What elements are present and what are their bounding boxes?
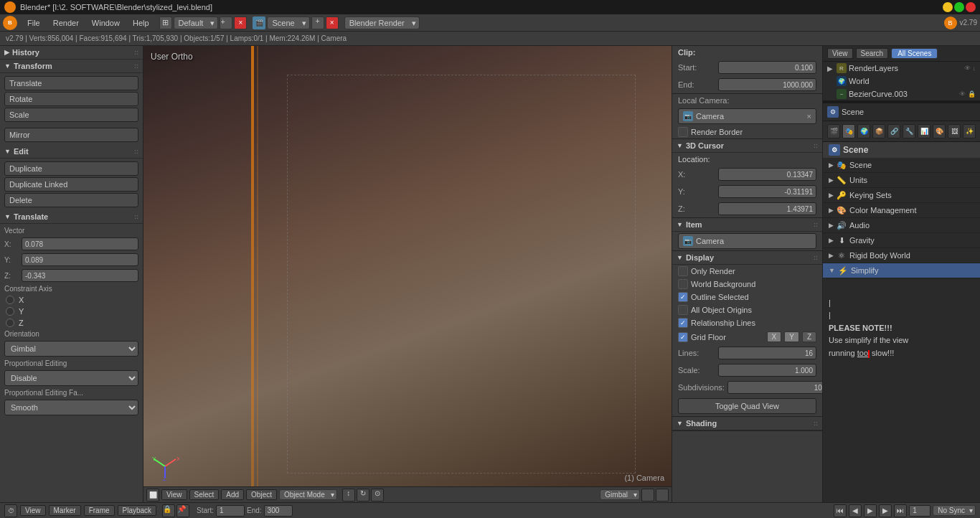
texture-props-icon[interactable]: 🖼 — [948, 124, 961, 138]
viewport-object-btn[interactable]: Object — [246, 489, 277, 500]
menu-file[interactable]: File — [22, 17, 46, 29]
play-btn[interactable]: ▶ — [864, 504, 877, 517]
mirror-button[interactable]: Mirror — [4, 128, 138, 142]
render-props-icon[interactable]: 🎬 — [827, 124, 840, 138]
smooth-selector[interactable]: Smooth — [4, 400, 138, 415]
y-value-input[interactable] — [22, 253, 138, 266]
marker-btn[interactable]: Marker — [49, 505, 81, 516]
orientation-selector[interactable]: Gimbal — [4, 341, 138, 357]
prev-frame-btn[interactable]: ◀ — [849, 504, 862, 517]
cursor-section-header[interactable]: ▼ 3D Cursor :: — [672, 139, 822, 153]
toggle-quad-view-button[interactable]: Toggle Quad View — [678, 398, 816, 414]
tree-scene-item[interactable]: ▶ 🎭 Scene — [823, 158, 980, 173]
grid-z-btn[interactable]: Z — [802, 331, 816, 342]
display-section-header[interactable]: ▼ Display :: — [672, 251, 822, 265]
outliner-bezier[interactable]: ~ BezierCurve.003 👁 🔒 — [823, 88, 980, 100]
axis-y-checkbox[interactable] — [6, 307, 14, 316]
outliner-view-btn[interactable]: View — [827, 48, 853, 59]
jump-end-btn[interactable]: ⏭ — [894, 504, 907, 517]
clip-end-input[interactable] — [718, 78, 816, 91]
gimbal-selector[interactable]: Gimbal▾ — [600, 489, 640, 500]
translate-tool-icon[interactable]: ↕ — [342, 489, 355, 501]
history-section-header[interactable]: ▶ History :: — [0, 46, 143, 60]
add-workspace-button[interactable]: + — [220, 17, 232, 29]
world-bg-checkbox[interactable] — [678, 279, 688, 289]
grid-y-btn[interactable]: Y — [784, 331, 799, 342]
cursor-y-input[interactable] — [718, 185, 816, 198]
tree-units-item[interactable]: ▶ 📏 Units — [823, 173, 980, 188]
x-value-input[interactable] — [22, 237, 138, 250]
menu-render[interactable]: Render — [47, 17, 85, 29]
render-border-checkbox[interactable] — [678, 127, 688, 137]
camera-clear-icon[interactable]: × — [807, 112, 811, 121]
next-frame-btn[interactable]: ▶ — [879, 504, 892, 517]
outliner-world[interactable]: 🌍 World — [823, 75, 980, 88]
sync-selector[interactable]: No Sync▾ — [933, 505, 976, 516]
shading-section-header[interactable]: ▼ Shading :: — [672, 417, 822, 430]
axis-z-checkbox[interactable] — [6, 319, 14, 327]
grid-x-btn[interactable]: X — [767, 331, 782, 342]
current-frame-input[interactable] — [909, 505, 930, 517]
end-frame-input[interactable] — [264, 505, 293, 517]
relationship-lines-checkbox[interactable]: ✓ — [678, 318, 688, 328]
duplicate-button[interactable]: Duplicate — [4, 161, 138, 176]
lock-icon[interactable]: 🔒 — [162, 504, 175, 517]
timeline-toggle-icon[interactable]: ⏱ — [4, 504, 17, 517]
scene-icon[interactable]: 🎬 — [253, 17, 265, 29]
all-scenes-btn[interactable]: All Scenes — [891, 48, 938, 59]
particle-props-icon[interactable]: ✨ — [963, 124, 976, 138]
cursor-x-input[interactable] — [718, 168, 816, 181]
viewport-add-btn[interactable]: Add — [221, 489, 244, 500]
lines-input[interactable] — [718, 347, 816, 359]
object-props-icon[interactable]: 📦 — [872, 124, 885, 138]
minimize-button[interactable] — [943, 2, 953, 12]
tree-simplify-item[interactable]: ▼ ⚡ Simplify — [823, 263, 980, 278]
menu-window[interactable]: Window — [86, 17, 126, 29]
close-button[interactable] — [966, 2, 976, 12]
remove-scene-button[interactable]: × — [326, 17, 339, 29]
object-mode-selector[interactable]: Object Mode▾ — [279, 489, 337, 500]
scale-button[interactable]: Scale — [4, 108, 138, 122]
menu-help[interactable]: Help — [127, 17, 155, 29]
maximize-button[interactable] — [954, 2, 964, 12]
tree-audio-item[interactable]: ▶ 🔊 Audio — [823, 218, 980, 233]
outliner-search-btn[interactable]: Search — [856, 48, 889, 59]
clip-start-input[interactable] — [718, 61, 816, 74]
frame-btn[interactable]: Frame — [84, 505, 115, 516]
add-scene-button[interactable]: + — [311, 17, 324, 29]
constraint-props-icon[interactable]: 🔗 — [887, 124, 900, 138]
axis-x-checkbox[interactable] — [6, 296, 14, 304]
jump-start-btn[interactable]: ⏮ — [834, 504, 847, 517]
tree-rigid-body-world-item[interactable]: ▶ ⚛ Rigid Body World — [823, 248, 980, 263]
translate-section-header[interactable]: ▼ Translate :: — [0, 210, 143, 224]
proportional-tool-icon[interactable] — [656, 489, 669, 501]
view-btn[interactable]: View — [20, 505, 46, 516]
transform-section-header[interactable]: ▼ Transform :: — [0, 60, 143, 73]
subdivisions-input[interactable] — [727, 381, 822, 394]
workspace-selector[interactable]: Default ▾ — [174, 17, 219, 29]
modifier-props-icon[interactable]: 🔧 — [903, 124, 915, 138]
outliner-render-layers[interactable]: ▶ R RenderLayers 👁 ↓ — [823, 62, 980, 75]
outline-selected-checkbox[interactable]: ✓ — [678, 292, 688, 302]
z-value-input[interactable] — [22, 269, 138, 282]
blender-menu-logo[interactable]: B — [3, 16, 17, 30]
tree-keying-sets-item[interactable]: ▶ 🔑 Keying Sets — [823, 188, 980, 203]
delete-button[interactable]: Delete — [4, 193, 138, 207]
renderer-selector[interactable]: Blender Render ▾ — [344, 17, 420, 29]
duplicate-linked-button[interactable]: Duplicate Linked — [4, 177, 138, 192]
playback-btn[interactable]: Playback — [118, 505, 157, 516]
scene-selector[interactable]: Scene ▾ — [267, 17, 309, 29]
item-section-header[interactable]: ▼ Item :: — [672, 218, 822, 232]
only-render-checkbox[interactable] — [678, 266, 688, 276]
scale-tool-icon[interactable]: ⊙ — [371, 489, 384, 501]
prop-editing-selector[interactable]: Disable — [4, 370, 138, 386]
viewport-select-btn[interactable]: Select — [189, 489, 220, 500]
material-props-icon[interactable]: 🎨 — [933, 124, 946, 138]
pin-icon[interactable]: 📌 — [176, 504, 189, 517]
screen-layout-icon[interactable]: ⊞ — [159, 17, 172, 29]
start-frame-input[interactable] — [216, 505, 245, 517]
grid-floor-checkbox[interactable]: ✓ — [678, 332, 688, 342]
rotate-button[interactable]: Rotate — [4, 92, 138, 106]
rotate-tool-icon[interactable]: ↻ — [357, 489, 369, 501]
viewport-fullscreen-icon[interactable]: ⬜ — [146, 489, 159, 501]
